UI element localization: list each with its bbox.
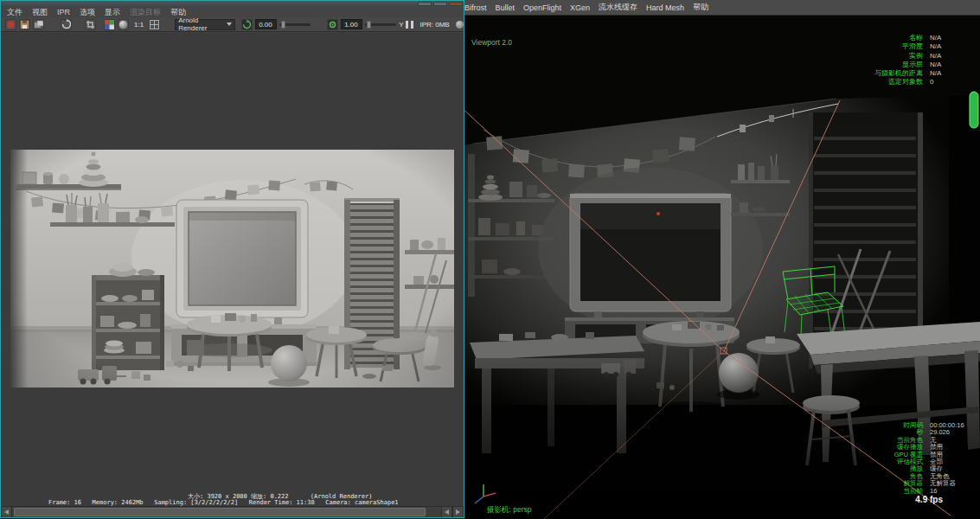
record-icon[interactable] xyxy=(5,19,16,30)
hud-row: 平滑度N/A xyxy=(874,42,977,50)
hud-playback: 时间码00:00:00:16 秒29.026 当前角色无 缓存播放禁用 GPU … xyxy=(894,421,977,494)
status-indicator-icon xyxy=(456,21,464,29)
gamma-slider-handle[interactable] xyxy=(367,21,371,29)
chevron-down-icon xyxy=(227,22,232,26)
display-sphere-icon[interactable] xyxy=(118,19,129,30)
hud-value: 16 xyxy=(930,487,977,495)
menu-render-target: 渲染目标 xyxy=(130,7,161,18)
menu-display[interactable]: 显示 xyxy=(105,7,120,18)
menu-bifrost[interactable]: Bifrost xyxy=(464,3,487,12)
menu-pipeline-cache[interactable]: 流水线缓存 xyxy=(599,2,637,13)
maya-main-window: Bifrost Bullet OpenFlight XGen 流水线缓存 Har… xyxy=(464,0,980,519)
hud-value: N/A xyxy=(930,61,977,68)
snapshot-icon[interactable] xyxy=(33,19,44,30)
hud-row: 选定对象数0 xyxy=(874,77,977,86)
menu-ipr[interactable]: IPR xyxy=(57,8,70,16)
hud-row: 当前帧16 xyxy=(894,487,977,494)
axis-label: Y xyxy=(399,21,403,29)
hud-value: 0 xyxy=(930,78,977,86)
white-balance-icon[interactable] xyxy=(327,19,338,30)
render-status-bar: 大小: 3920 x 2080 缩放: 0.222 (Arnold Render… xyxy=(1,492,464,506)
crop-icon[interactable] xyxy=(85,19,96,30)
close-icon[interactable] xyxy=(449,2,463,6)
hud-row: 当前角色无 xyxy=(894,436,977,443)
hud-row: 缓存播放禁用 xyxy=(894,443,977,450)
hud-row: 实例N/A xyxy=(874,51,977,60)
maximize-icon[interactable] xyxy=(433,2,447,6)
hud-row: 角色无角色 xyxy=(894,472,977,479)
hud-value: N/A xyxy=(930,52,977,60)
aov-grid-icon[interactable] xyxy=(149,19,160,30)
hud-row: 名称N/A xyxy=(874,33,977,42)
viewport[interactable]: Viewport 2.0 名称N/A 平滑度N/A 实例N/A 显示层N/A 与… xyxy=(464,16,980,519)
fps-counter: 4.9 fps xyxy=(915,495,943,504)
camera-label: 摄影机: persp xyxy=(487,505,532,516)
renderer-dropdown[interactable]: Arnold Renderer xyxy=(175,19,235,30)
hud-value: N/A xyxy=(930,69,977,77)
rgba-channels-icon[interactable] xyxy=(104,19,115,30)
pause-icon[interactable] xyxy=(406,21,413,29)
arnold-renderview-window: 文件 视图 IPR 选项 显示 渲染目标 帮助 1:1 Arnold Rende… xyxy=(0,0,464,518)
render-frame-info: Frame: 16 Memory: 2462Mb Sampling: [3/2/… xyxy=(48,499,399,506)
menu-openflight[interactable]: OpenFlight xyxy=(523,3,561,12)
save-icon[interactable] xyxy=(19,19,30,30)
hud-row: 评估模式全部 xyxy=(894,458,977,465)
menu-hard-mesh[interactable]: Hard Mesh xyxy=(646,3,684,12)
menu-help[interactable]: 帮助 xyxy=(693,2,708,13)
scroll-left-icon[interactable] xyxy=(1,507,12,517)
hud-row: GPU 覆盖禁用 xyxy=(894,451,977,458)
render-area[interactable] xyxy=(1,33,464,492)
hud-row: 显示层N/A xyxy=(874,60,977,68)
zoom-ratio-label[interactable]: 1:1 xyxy=(134,21,144,29)
rendered-image xyxy=(10,150,454,388)
horizontal-scrollbar[interactable] xyxy=(1,506,464,517)
exposure-field[interactable] xyxy=(255,19,277,29)
menu-view[interactable]: 视图 xyxy=(32,7,48,18)
menu-bullet[interactable]: Bullet xyxy=(496,3,516,12)
scroll-left-end-icon[interactable] xyxy=(441,507,452,517)
gamma-field[interactable] xyxy=(341,19,362,29)
viewport-renderer-label: Viewport 2.0 xyxy=(471,38,512,47)
window-controls xyxy=(418,2,463,6)
menu-file[interactable]: 文件 xyxy=(7,7,22,18)
hud-label: 选定对象数 xyxy=(888,77,923,86)
hud-row: 解算器无解算器 xyxy=(894,479,977,486)
scroll-right-icon[interactable] xyxy=(452,507,464,517)
renderer-dropdown-value: Arnold Renderer xyxy=(178,16,224,32)
exposure-slider[interactable] xyxy=(279,23,311,26)
window-titlebar[interactable] xyxy=(1,1,464,7)
gamma-slider[interactable] xyxy=(365,23,396,26)
minimize-icon[interactable] xyxy=(418,2,432,6)
menu-options[interactable]: 选项 xyxy=(80,7,95,18)
renderview-menubar: 文件 视图 IPR 选项 显示 渲染目标 帮助 xyxy=(1,7,464,17)
render-refresh-icon[interactable] xyxy=(61,19,72,30)
exposure-slider-handle[interactable] xyxy=(281,21,285,29)
ipr-memory-label: IPR: 0MB xyxy=(420,21,449,29)
renderview-toolbar: 1:1 Arnold Renderer Y IPR: 0MB xyxy=(1,17,464,32)
hud-value: N/A xyxy=(930,34,977,42)
menu-xgen[interactable]: XGen xyxy=(570,3,590,12)
start-ipr-icon[interactable] xyxy=(241,19,253,30)
scrollbar-thumb[interactable] xyxy=(14,508,426,516)
hud-row: 与摄影机的距离N/A xyxy=(874,68,977,77)
maya-menubar: Bifrost Bullet OpenFlight XGen 流水线缓存 Har… xyxy=(464,0,980,16)
hud-object-details: 名称N/A 平滑度N/A 实例N/A 显示层N/A 与摄影机的距离N/A 选定对… xyxy=(874,33,977,86)
hud-row: 时间码00:00:00:16 xyxy=(894,421,977,428)
hud-value: N/A xyxy=(930,42,977,50)
scrollbar-track[interactable] xyxy=(12,507,441,517)
